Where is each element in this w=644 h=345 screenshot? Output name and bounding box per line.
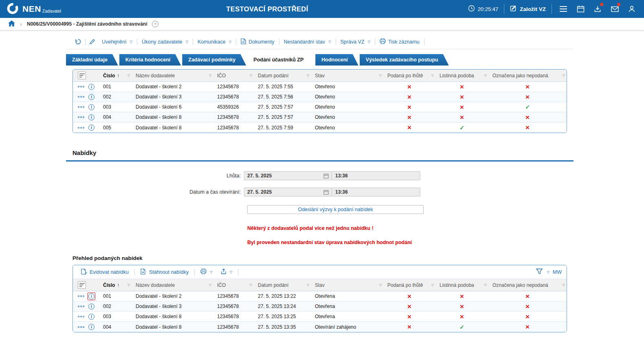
filter-dropdown-icon[interactable]: ▽ [127,74,132,77]
filter-dropdown-icon[interactable]: ▽ [379,283,383,287]
filter-dropdown-icon[interactable]: ▽ [250,283,254,287]
column-header[interactable]: Podaná po lhůtě▽ [383,70,435,81]
filter-funnel-icon[interactable] [536,269,543,275]
menu-sprava-vz[interactable]: Správa VZ▽ [337,39,374,45]
column-header[interactable]: Označena jako nepodaná▽ [488,279,567,291]
filter-dropdown-icon[interactable]: ▽ [431,74,435,77]
row-menu-icon[interactable] [78,86,84,87]
column-header[interactable]: Název dodavatele▽ [132,70,213,81]
table-row[interactable]: i001Dodavatel - školení 21234567827. 5. … [73,82,567,92]
print-table-button[interactable]: ▽ [197,269,216,275]
tab-zadavaci-podminky[interactable]: Zadávací podmínky [182,54,246,66]
stahnout-nabidky-button[interactable]: Stáhnout nabídky [137,269,192,276]
calendar-icon[interactable] [575,3,586,15]
filter-dropdown-icon[interactable]: ▽ [250,74,254,77]
evidovat-nabidku-button[interactable]: Evidovat nabídku [78,269,132,276]
tab-kriteria-hodnoceni[interactable]: Kritéria hodnocení [119,54,181,66]
table-row[interactable]: i003Dodavatel - školení 81234567827. 5. … [73,312,567,322]
column-header[interactable]: Stav▽ [311,70,383,81]
column-header[interactable]: Název dodavatele▽ [132,279,213,291]
info-icon[interactable]: i [88,304,95,310]
breadcrumb-item[interactable]: N006/25/V00004995 - Zajištění závodního … [27,21,147,27]
filter-dropdown-icon[interactable]: ▽ [209,283,213,287]
menu-icon[interactable] [558,3,569,15]
filter-dropdown-icon[interactable]: ▽ [484,283,488,287]
filter-dropdown-icon[interactable]: ▽ [379,74,383,77]
messages-icon[interactable] [609,3,620,15]
column-header[interactable]: Datum podání▽ [254,279,311,291]
lhuta-date-input[interactable]: 27. 5. 2025 [244,172,332,180]
column-header[interactable]: IČO▽ [213,70,254,81]
row-menu-icon[interactable] [78,295,84,297]
menu-uverejneni[interactable]: Uveřejnění▽ [98,39,136,45]
filter-dropdown-icon[interactable]: ▽ [209,74,213,77]
row-menu-icon[interactable] [78,316,84,317]
downloads-icon[interactable] [592,3,603,15]
menu-dokumenty[interactable]: Dokumenty [237,38,278,46]
info-icon[interactable]: i [88,84,95,90]
row-menu-icon[interactable] [78,96,84,98]
row-menu-icon[interactable] [78,127,84,129]
table-row[interactable]: i001Dodavatel - školení 21234567827. 5. … [73,291,567,301]
column-header[interactable]: Číslo↑▽ [99,279,132,291]
table-settings-icon[interactable] [78,281,86,289]
menu-nestandardni-stav[interactable]: Nestandardní stav▽ [280,39,335,45]
info-icon[interactable]: i [88,94,95,100]
menu-tisk-zaznamu[interactable]: Tisk záznamu [376,38,423,45]
table-row[interactable]: i004Dodavatel - školení 81234567827. 5. … [73,112,567,122]
column-header[interactable]: Listinná podoba▽ [435,70,488,81]
filter-dropdown-icon[interactable]: ▽ [563,283,567,287]
tab-podani-ucastniku-zp[interactable]: Podání účastníků ZP [247,54,314,66]
column-header[interactable]: Stav▽ [311,279,383,291]
filter-dropdown-icon[interactable]: ▽ [563,74,567,77]
table-row[interactable]: i004Dodavatel - školení 81234567827. 5. … [73,322,567,332]
menu-ukony-zadavatele[interactable]: Úkony zadavatele▽ [138,39,192,45]
lhuta-time-input[interactable]: 13:36 [332,172,420,180]
calendar-picker-icon[interactable] [323,173,329,179]
info-icon[interactable]: i [88,124,95,131]
column-header[interactable]: Podaná po lhůtě▽ [383,279,435,291]
table-row[interactable]: i002Dodavatel - školení 31234567827. 5. … [73,301,567,312]
undo-icon[interactable] [72,38,84,45]
filter-dropdown-icon[interactable]: ▽ [484,74,488,77]
column-header[interactable]: Číslo↑▽ [99,70,132,81]
home-icon[interactable] [8,20,15,28]
column-header[interactable]: IČO▽ [213,279,254,291]
column-header[interactable]: Označena jako nepodaná▽ [488,70,567,81]
export-table-button[interactable]: ▽ [218,269,236,276]
column-header[interactable]: Datum podání▽ [254,70,311,81]
row-menu-icon[interactable] [78,106,84,108]
app-logo[interactable]: NEN Zadavatel [7,2,61,16]
info-icon[interactable]: i [88,114,95,120]
filter-dropdown-icon[interactable]: ▽ [127,283,132,287]
calendar-picker-icon[interactable] [323,190,329,195]
oteviranie-time-input[interactable]: 13:36 [332,188,420,196]
close-record-icon[interactable]: × [152,21,158,27]
info-icon[interactable]: i [88,314,95,320]
tab-vysledek-zadavaciho-postupu[interactable]: Výsledek zadávacího postupu [360,54,449,66]
send-invitation-button[interactable]: Odeslání výzvy k podání nabídek [247,205,424,214]
tab-zakladni-udaje[interactable]: Základní údaje [66,54,118,66]
create-vz-button[interactable]: Založit VZ [510,5,546,13]
dropdown-icon[interactable]: ▽ [547,270,549,274]
filter-dropdown-icon[interactable]: ▽ [307,283,311,287]
table-row[interactable]: i003Dodavatel - školení 64535932627. 5. … [73,102,567,112]
oteviranie-date-input[interactable]: 27. 5. 2025 [244,188,332,196]
filter-dropdown-icon[interactable]: ▽ [431,283,435,287]
table-row[interactable]: i005Dodavatel - školení 81234567827. 5. … [73,122,567,133]
menu-komunikace[interactable]: Komunikace▽ [194,39,235,45]
mw-label[interactable]: MW [553,269,562,275]
edit-pencil-icon[interactable] [86,39,98,45]
info-icon[interactable]: i [88,104,95,110]
info-icon[interactable]: i [88,324,95,330]
table-row[interactable]: i002Dodavatel - školení 31234567827. 5. … [73,92,567,102]
table-settings-icon[interactable] [78,72,86,79]
column-header[interactable]: Listinná podoba▽ [435,279,488,291]
tab-hodnoceni[interactable]: Hodnocení [315,54,358,66]
info-icon[interactable]: i [88,293,95,299]
filter-dropdown-icon[interactable]: ▽ [307,74,311,77]
row-menu-icon[interactable] [78,326,84,328]
user-icon[interactable] [626,3,637,15]
row-menu-icon[interactable] [78,116,84,118]
row-menu-icon[interactable] [78,306,84,307]
